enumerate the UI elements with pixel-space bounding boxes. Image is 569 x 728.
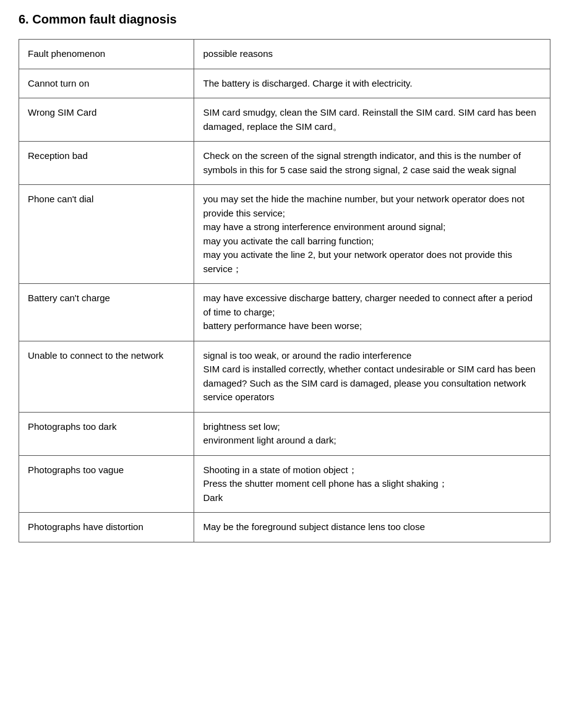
reasons-cell: you may set the hide the machine number,… bbox=[194, 185, 550, 284]
reasons-cell: Check on the screen of the signal streng… bbox=[194, 142, 550, 185]
header-col2: possible reasons bbox=[194, 40, 550, 69]
table-row: Photographs too darkbrightness set low;e… bbox=[19, 412, 550, 455]
page-title: 6. Common fault diagnosis bbox=[19, 12, 550, 27]
phenomenon-cell: Photographs have distortion bbox=[19, 513, 194, 542]
reasons-cell: The battery is discharged. Charge it wit… bbox=[194, 69, 550, 98]
phenomenon-cell: Phone can't dial bbox=[19, 185, 194, 284]
table-row: Phone can't dialyou may set the hide the… bbox=[19, 185, 550, 284]
table-row: Reception badCheck on the screen of the … bbox=[19, 142, 550, 185]
phenomenon-cell: Photographs too dark bbox=[19, 412, 194, 455]
reasons-cell: Shooting in a state of motion object；Pre… bbox=[194, 455, 550, 513]
table-header-row: Fault phenomenon possible reasons bbox=[19, 40, 550, 69]
phenomenon-cell: Wrong SIM Card bbox=[19, 98, 194, 142]
table-row: Photographs have distortionMay be the fo… bbox=[19, 513, 550, 542]
phenomenon-cell: Battery can't charge bbox=[19, 284, 194, 341]
reasons-cell: SIM card smudgy, clean the SIM card. Rei… bbox=[194, 98, 550, 142]
reasons-cell: may have excessive discharge battery, ch… bbox=[194, 284, 550, 341]
phenomenon-cell: Reception bad bbox=[19, 142, 194, 185]
phenomenon-cell: Photographs too vague bbox=[19, 455, 194, 513]
table-row: Unable to connect to the networksignal i… bbox=[19, 341, 550, 412]
reasons-cell: signal is too weak, or around the radio … bbox=[194, 341, 550, 412]
fault-diagnosis-table: Fault phenomenon possible reasons Cannot… bbox=[19, 39, 550, 542]
table-row: Wrong SIM CardSIM card smudgy, clean the… bbox=[19, 98, 550, 142]
phenomenon-cell: Cannot turn on bbox=[19, 69, 194, 98]
phenomenon-cell: Unable to connect to the network bbox=[19, 341, 194, 412]
table-row: Photographs too vagueShooting in a state… bbox=[19, 455, 550, 513]
header-col1: Fault phenomenon bbox=[19, 40, 194, 69]
reasons-cell: brightness set low;environment light aro… bbox=[194, 412, 550, 455]
table-row: Battery can't chargemay have excessive d… bbox=[19, 284, 550, 341]
table-row: Cannot turn onThe battery is discharged.… bbox=[19, 69, 550, 98]
reasons-cell: May be the foreground subject distance l… bbox=[194, 513, 550, 542]
